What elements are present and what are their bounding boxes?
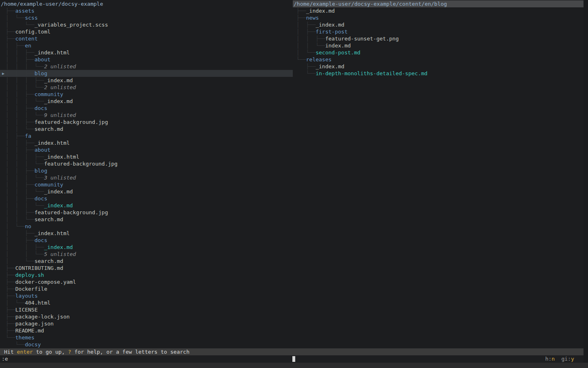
- tree-row[interactable]: ├──Dockerfile: [0, 285, 293, 292]
- directory-name[interactable]: docs: [34, 195, 47, 202]
- tree-row[interactable]: ├──_index.md: [293, 63, 584, 70]
- directory-name[interactable]: assets: [15, 8, 34, 14]
- directory-name[interactable]: first-post: [316, 29, 347, 35]
- tree-row[interactable]: ├──deploy.sh: [0, 272, 293, 278]
- directory-name[interactable]: blog: [34, 168, 47, 174]
- tree-row[interactable]: │ └──404.html: [0, 299, 293, 306]
- tree-row[interactable]: │ │ └──index.md: [293, 42, 584, 49]
- tree-row[interactable]: │ ├──_index.html: [0, 230, 293, 237]
- file-name[interactable]: second-post.md: [316, 49, 361, 56]
- directory-name[interactable]: news: [306, 15, 318, 21]
- tree-row[interactable]: │ ├──fa: [0, 132, 293, 139]
- tree-row[interactable]: │ │ ├──about: [0, 146, 293, 153]
- file-name[interactable]: _index.md: [44, 244, 73, 250]
- tree-row[interactable]: │ │ │ └──2 unlisted: [0, 84, 293, 91]
- directory-name[interactable]: docs: [34, 105, 47, 111]
- file-name[interactable]: _index.md: [44, 77, 73, 83]
- file-name[interactable]: docker-compose.yaml: [15, 279, 76, 285]
- tree-row[interactable]: │ │ ├──_index.html: [0, 49, 293, 56]
- directory-name[interactable]: docs: [34, 237, 47, 243]
- tree-row[interactable]: │ └──no: [0, 223, 293, 230]
- file-name[interactable]: LICENSE: [15, 307, 38, 313]
- tree-row[interactable]: │ │ └──search.md: [0, 216, 293, 223]
- file-name[interactable]: featured-background.jpg: [44, 161, 118, 167]
- file-name[interactable]: _index.md: [44, 202, 73, 209]
- file-name[interactable]: _index.md: [316, 63, 344, 70]
- tree-row[interactable]: ├──README.md: [0, 327, 293, 334]
- tree-row[interactable]: │ │ ├──_index.html: [0, 139, 293, 146]
- file-name[interactable]: featured-background.jpg: [34, 209, 108, 215]
- file-name[interactable]: in-depth-monoliths-detailed-spec.md: [316, 70, 428, 76]
- file-name[interactable]: package.json: [15, 321, 53, 327]
- file-name[interactable]: CONTRIBUTING.md: [15, 265, 63, 271]
- tree-row[interactable]: │ │ ├──_index.md: [0, 244, 293, 251]
- tree-row[interactable]: │ │ │ └──9 unlisted: [0, 112, 293, 119]
- directory-name[interactable]: blog: [34, 70, 47, 76]
- tree-row[interactable]: ├──_index.md: [293, 7, 584, 14]
- tree-row[interactable]: ├──config.toml: [0, 28, 293, 35]
- tree-row[interactable]: ├──docker-compose.yaml: [0, 278, 293, 285]
- tree-row[interactable]: └──themes: [0, 334, 293, 341]
- directory-name[interactable]: layouts: [15, 293, 38, 299]
- tree-row[interactable]: │ │ ├──blog: [0, 167, 293, 174]
- file-name[interactable]: _index.html: [34, 140, 69, 146]
- tree-row[interactable]: ├──content: [0, 35, 293, 42]
- tree-row[interactable]: ├──package.json: [0, 320, 293, 327]
- tree-row[interactable]: │ │ ├──featured-background.jpg: [0, 119, 293, 126]
- tree-row[interactable]: │ │ │ └──_index.md: [0, 98, 293, 105]
- unlisted-count[interactable]: 3 unlisted: [44, 175, 76, 181]
- tree-row[interactable]: │ │ └──search.md: [0, 126, 293, 132]
- file-name[interactable]: Dockerfile: [15, 286, 47, 292]
- directory-name[interactable]: content: [15, 36, 38, 42]
- tree-row[interactable]: ├──LICENSE: [0, 306, 293, 313]
- directory-name[interactable]: no: [25, 223, 31, 229]
- file-name[interactable]: _index.html: [44, 154, 79, 160]
- directory-name[interactable]: community: [34, 91, 63, 97]
- tree-row[interactable]: │ │ ├──community: [0, 181, 293, 188]
- tree-row[interactable]: │ └──second-post.md: [293, 49, 584, 56]
- command-input-line[interactable]: :e h:ngi:y: [0, 355, 584, 363]
- directory-name[interactable]: about: [34, 56, 50, 63]
- file-name[interactable]: _index.md: [306, 8, 334, 14]
- tree-row[interactable]: │ │ ├──docs: [0, 195, 293, 202]
- tree-row[interactable]: │ │ │ └──2 unlisted: [0, 63, 293, 70]
- file-name[interactable]: _index.md: [44, 98, 73, 104]
- tree-row[interactable]: │ │ ├──featured-background.jpg: [0, 209, 293, 216]
- file-name[interactable]: package-lock.json: [15, 314, 69, 320]
- unlisted-count[interactable]: 2 unlisted: [44, 84, 76, 90]
- directory-name[interactable]: themes: [15, 334, 34, 341]
- unlisted-count[interactable]: 5 unlisted: [44, 251, 76, 257]
- tree-row[interactable]: ├──layouts: [0, 292, 293, 299]
- unlisted-count[interactable]: 2 unlisted: [44, 63, 76, 70]
- file-name[interactable]: index.md: [325, 43, 351, 49]
- unlisted-count[interactable]: 9 unlisted: [44, 112, 76, 118]
- tree-row[interactable]: │ └──scss: [0, 14, 293, 21]
- file-name[interactable]: search.md: [34, 216, 63, 222]
- tree-row[interactable]: │ └──_variables_project.scss: [0, 21, 293, 28]
- file-name[interactable]: README.md: [15, 328, 44, 334]
- tree-row[interactable]: ▶│ │ ├──blog: [0, 70, 293, 77]
- directory-name[interactable]: en: [25, 43, 31, 49]
- tree-row[interactable]: │ │ │ └──3 unlisted: [0, 174, 293, 181]
- file-name[interactable]: search.md: [34, 258, 63, 264]
- file-name[interactable]: featured-background.jpg: [34, 119, 108, 125]
- tree-row[interactable]: │ ├──_index.md: [293, 21, 584, 28]
- tree-row[interactable]: ├──news: [293, 14, 584, 21]
- file-name[interactable]: _variables_project.scss: [34, 22, 108, 28]
- file-name[interactable]: _index.html: [34, 230, 69, 236]
- tree-row[interactable]: │ │ │ ├──_index.md: [0, 77, 293, 84]
- tree-row[interactable]: ├──package-lock.json: [0, 313, 293, 320]
- directory-name[interactable]: fa: [25, 133, 31, 139]
- file-name[interactable]: _index.html: [34, 49, 69, 56]
- file-name[interactable]: _index.md: [44, 188, 73, 195]
- tree-row[interactable]: │ ├──first-post: [293, 28, 584, 35]
- directory-name[interactable]: releases: [306, 56, 332, 63]
- directory-name[interactable]: docsy: [25, 341, 41, 348]
- tree-row[interactable]: │ └──search.md: [0, 258, 293, 265]
- tree-row[interactable]: │ │ │ └──_index.md: [0, 202, 293, 209]
- directory-name[interactable]: about: [34, 147, 50, 153]
- tree-row[interactable]: └──docsy: [0, 341, 293, 348]
- tree-row[interactable]: │ ├──en: [0, 42, 293, 49]
- tree-row[interactable]: │ ├──docs: [0, 237, 293, 244]
- tree-row[interactable]: │ │ ├──featured-sunset-get.png: [293, 35, 584, 42]
